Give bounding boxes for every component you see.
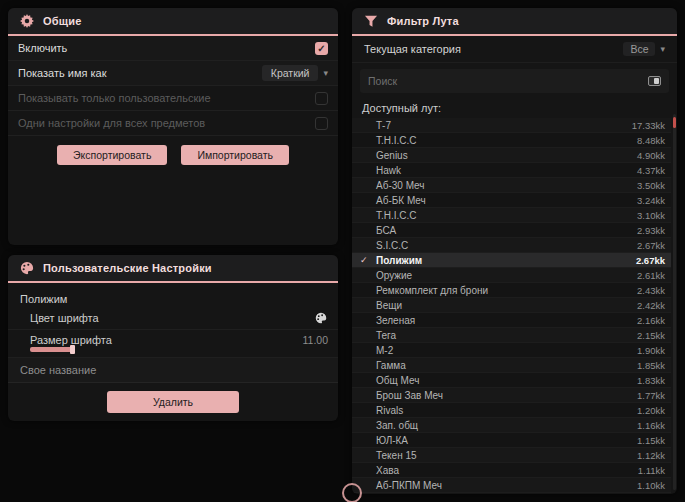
loot-row[interactable]: Hawk4.37kk bbox=[352, 163, 671, 178]
loot-item-value: 2.93kk bbox=[637, 225, 665, 236]
loot-item-name: S.I.C.C bbox=[374, 240, 637, 251]
loot-item-name: Аб-ПКПМ Меч bbox=[374, 480, 637, 491]
show-name-dropdown[interactable]: Краткий ▾ bbox=[262, 65, 328, 81]
loot-row[interactable]: T.H.I.C.C3.10kk bbox=[352, 208, 671, 223]
enable-checkbox[interactable]: ✓ bbox=[315, 42, 328, 55]
palette-icon[interactable] bbox=[314, 311, 328, 325]
keyboard-icon[interactable] bbox=[648, 76, 661, 86]
loot-item-name: Брош Зав Меч bbox=[374, 390, 637, 401]
loot-row[interactable]: Аб-ПКПМ Меч1.10kk bbox=[352, 478, 671, 493]
custom-name-input[interactable] bbox=[8, 358, 338, 383]
same-settings-checkbox[interactable] bbox=[315, 117, 328, 130]
loot-row[interactable]: Хава1.11kk bbox=[352, 463, 671, 478]
chevron-down-icon: ▾ bbox=[323, 68, 328, 78]
font-color-row[interactable]: Цвет шрифта bbox=[8, 307, 338, 330]
slider-fill bbox=[30, 347, 72, 352]
category-label: Текущая категория bbox=[364, 43, 461, 55]
loot-item-name: Genius bbox=[374, 150, 637, 161]
loot-item-name: Хава bbox=[374, 465, 638, 476]
loot-row[interactable]: Аб-БК Меч3.24kk bbox=[352, 193, 671, 208]
loot-item-value: 3.24kk bbox=[637, 195, 665, 206]
loot-row[interactable]: Вещи2.42kk bbox=[352, 298, 671, 313]
loot-item-name: Т-7 bbox=[374, 120, 632, 131]
loot-item-name: Hawk bbox=[374, 165, 637, 176]
loot-item-value: 2.42kk bbox=[637, 300, 665, 311]
loot-item-name: Тега bbox=[374, 330, 637, 341]
loot-item-name: Общ Меч bbox=[374, 375, 637, 386]
loot-row[interactable]: Rivals1.20kk bbox=[352, 403, 671, 418]
check-icon: ✓ bbox=[360, 255, 374, 265]
panel-general-header: Общие bbox=[8, 8, 338, 36]
loot-row[interactable]: Genius4.90kk bbox=[352, 148, 671, 163]
enable-row: Включить ✓ bbox=[8, 36, 338, 61]
only-custom-checkbox[interactable] bbox=[315, 92, 328, 105]
loot-row[interactable]: Общ Меч1.83kk bbox=[352, 373, 671, 388]
loot-row[interactable]: Зап. общ1.16kk bbox=[352, 418, 671, 433]
loot-item-value: 2.67kk bbox=[636, 255, 665, 266]
loot-row[interactable]: S.I.C.C2.67kk bbox=[352, 238, 671, 253]
loot-item-name: БСА bbox=[374, 225, 637, 236]
loot-item-value: 2.15kk bbox=[637, 330, 665, 341]
only-custom-label: Показывать только пользовательские bbox=[18, 92, 211, 104]
panel-loot-filter: Фильтр Лута Текущая категория Все ▾ Дост… bbox=[352, 8, 677, 494]
panel-title: Фильтр Лута bbox=[387, 15, 459, 27]
loot-item-value: 17.33kk bbox=[632, 120, 665, 131]
available-loot-label: Доступный лут: bbox=[352, 95, 677, 118]
font-size-value: 11.00 bbox=[303, 334, 329, 346]
mod-settings-window: Общие Включить ✓ Показать имя как Кратки… bbox=[0, 0, 685, 502]
scrollbar-thumb[interactable] bbox=[673, 117, 676, 128]
loot-row[interactable]: М-21.90kk bbox=[352, 343, 671, 358]
loot-row[interactable]: ЮЛ-КА1.15kk bbox=[352, 433, 671, 448]
loot-row[interactable]: Т-717.33kk bbox=[352, 118, 671, 133]
export-button[interactable]: Экспортировать bbox=[57, 145, 167, 165]
search-input[interactable] bbox=[368, 75, 617, 87]
loot-item-name: ЮЛ-КА bbox=[374, 435, 637, 446]
loot-item-name: Ремкомплект для брони bbox=[374, 285, 637, 296]
loot-item-name: Аб-БК Меч bbox=[374, 195, 637, 206]
loot-row[interactable]: T.H.I.C.C8.48kk bbox=[352, 133, 671, 148]
palette-icon bbox=[20, 261, 34, 275]
loot-item-name: Оружие bbox=[374, 270, 637, 281]
loot-row[interactable]: Оружие2.61kk bbox=[352, 268, 671, 283]
font-size-row: Размер шрифта 11.00 bbox=[8, 330, 338, 347]
loot-item-value: 8.48kk bbox=[637, 135, 665, 146]
slider-handle[interactable] bbox=[70, 345, 75, 354]
loot-item-value: 1.11kk bbox=[638, 465, 665, 476]
loot-row[interactable]: Текен 151.12kk bbox=[352, 448, 671, 463]
loot-row[interactable]: Зеленая2.16kk bbox=[352, 313, 671, 328]
slider-track[interactable] bbox=[30, 347, 328, 352]
gear-icon bbox=[20, 14, 34, 28]
category-row: Текущая категория Все ▾ bbox=[352, 36, 677, 63]
loot-item-value: 1.20kk bbox=[637, 405, 665, 416]
loot-row[interactable]: ✓Полижим2.67kk bbox=[352, 253, 671, 268]
font-color-label: Цвет шрифта bbox=[30, 312, 99, 324]
loot-item-name: Текен 15 bbox=[374, 450, 637, 461]
loot-row[interactable]: Аб-30 Меч3.50kk bbox=[352, 178, 671, 193]
selected-item-name: Полижим bbox=[8, 289, 338, 307]
loot-item-name: М-2 bbox=[374, 345, 637, 356]
loot-item-value: 3.10kk bbox=[637, 210, 665, 221]
delete-row: Удалить bbox=[8, 383, 338, 413]
loot-item-name: Полижим bbox=[374, 255, 636, 266]
panel-general: Общие Включить ✓ Показать имя как Кратки… bbox=[8, 8, 338, 245]
loot-item-value: 1.85kk bbox=[637, 360, 665, 371]
panel-custom-header: Пользовательские Настройки bbox=[8, 255, 338, 283]
loot-row[interactable]: Тега2.15kk bbox=[352, 328, 671, 343]
delete-button[interactable]: Удалить bbox=[107, 391, 239, 413]
loot-row[interactable]: БСА2.93kk bbox=[352, 223, 671, 238]
loot-scrollbar[interactable] bbox=[673, 114, 676, 490]
category-dropdown[interactable]: Все ▾ bbox=[623, 42, 665, 56]
loot-item-value: 1.10kk bbox=[637, 480, 665, 491]
font-size-slider[interactable] bbox=[8, 347, 338, 358]
loot-row[interactable]: Ремкомплект для брони2.43kk bbox=[352, 283, 671, 298]
show-name-row: Показать имя как Краткий ▾ bbox=[8, 61, 338, 86]
import-button[interactable]: Импортировать bbox=[181, 145, 289, 165]
show-name-label: Показать имя как bbox=[18, 67, 107, 79]
same-settings-label: Одни настройки для всех предметов bbox=[18, 117, 205, 129]
loot-item-name: Зеленая bbox=[374, 315, 637, 326]
custom-settings-body: Полижим Цвет шрифта Размер шрифта 1 bbox=[8, 283, 338, 413]
loot-row[interactable]: Брош Зав Меч1.77kk bbox=[352, 388, 671, 403]
loot-row[interactable]: Гамма1.85kk bbox=[352, 358, 671, 373]
loot-item-value: 2.61kk bbox=[637, 270, 665, 281]
loot-item-value: 1.12kk bbox=[637, 450, 665, 461]
